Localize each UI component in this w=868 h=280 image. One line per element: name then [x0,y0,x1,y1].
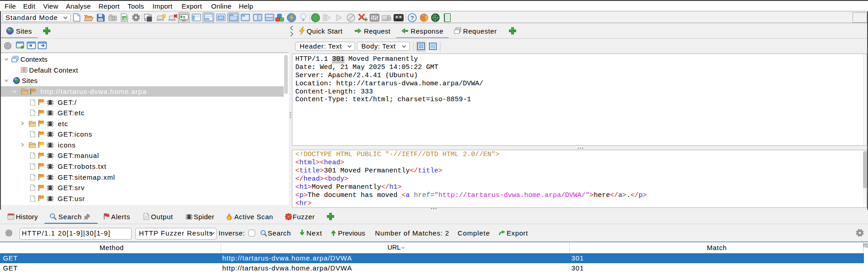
svg-text:?: ? [410,14,414,21]
svg-text:T.: T. [183,15,186,19]
